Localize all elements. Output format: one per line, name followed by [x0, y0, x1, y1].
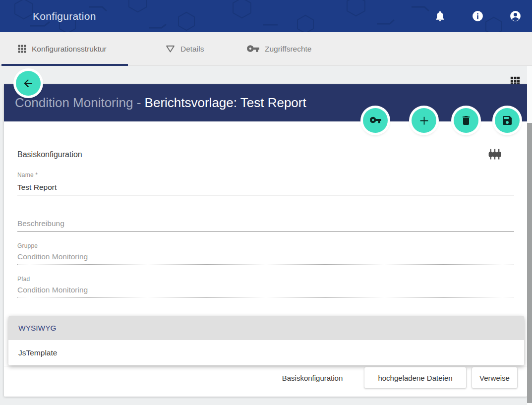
delete-fab[interactable] [454, 108, 478, 133]
arrow-left-icon [22, 77, 35, 90]
plus-icon [417, 114, 431, 127]
detail-title-name: Berichtsvorlage: Test Report [145, 95, 306, 110]
detail-title-group: Condition Monitoring - [15, 95, 145, 110]
footer-divider [4, 366, 527, 366]
trash-icon [460, 115, 472, 126]
detail-title: Condition Monitoring - Berichtsvorlage: … [15, 84, 306, 121]
permissions-fab[interactable] [363, 108, 388, 133]
footer-tab-verweise[interactable]: Verweise [472, 367, 518, 389]
app-window: Konfiguration Konfigurationsstrukt [0, 0, 532, 405]
detail-banner: Condition Monitoring - Berichtsvorlage: … [4, 84, 527, 121]
path-field-label: Pfad [17, 276, 30, 283]
funnel-icon [165, 44, 176, 54]
save-icon [501, 115, 513, 126]
info-icon[interactable] [472, 10, 484, 22]
active-tab-indicator [1, 64, 128, 66]
tab-details[interactable]: Details [165, 32, 204, 65]
add-fab[interactable] [412, 108, 436, 133]
tab-konfigurationsstruktur[interactable]: Konfigurationsstruktur [17, 32, 107, 65]
sliders-icon[interactable] [488, 147, 502, 161]
tab-label: Konfigurationsstruktur [32, 45, 107, 54]
dropdown-option-wysiwyg[interactable]: WYSIWYG [8, 316, 524, 340]
group-field-label: Gruppe [17, 242, 38, 249]
tab-zugriffsrechte[interactable]: Zugriffsrechte [246, 32, 311, 65]
key-icon [369, 116, 382, 125]
tab-bar: Konfigurationsstruktur Details Zugriffsr… [0, 32, 532, 66]
key-icon [246, 44, 260, 54]
scrollbar-thumb[interactable] [527, 123, 532, 403]
template-type-dropdown: WYSIWYG JsTemplate [8, 316, 524, 365]
save-fab[interactable] [495, 108, 520, 133]
back-button[interactable] [16, 71, 41, 96]
account-icon[interactable] [509, 10, 522, 22]
group-field [17, 249, 514, 265]
description-field[interactable] [17, 216, 514, 231]
footer-tab-hochgeladene-dateien[interactable]: hochgeladene Dateien [364, 367, 467, 389]
page-title: Konfiguration [33, 0, 96, 32]
tab-label: Details [180, 45, 204, 54]
section-title: Basiskonfiguration [17, 150, 82, 159]
bell-icon[interactable] [434, 10, 446, 22]
grid-icon [17, 44, 27, 54]
app-header: Konfiguration [0, 0, 532, 32]
footer-tab-basiskonfiguration[interactable]: Basiskonfiguration [272, 367, 353, 389]
path-field [17, 283, 514, 298]
dropdown-option-jstemplate[interactable]: JsTemplate [8, 340, 524, 365]
name-field-label: Name * [17, 172, 38, 178]
name-field[interactable] [17, 180, 514, 195]
tab-label: Zugriffsrechte [265, 45, 311, 54]
